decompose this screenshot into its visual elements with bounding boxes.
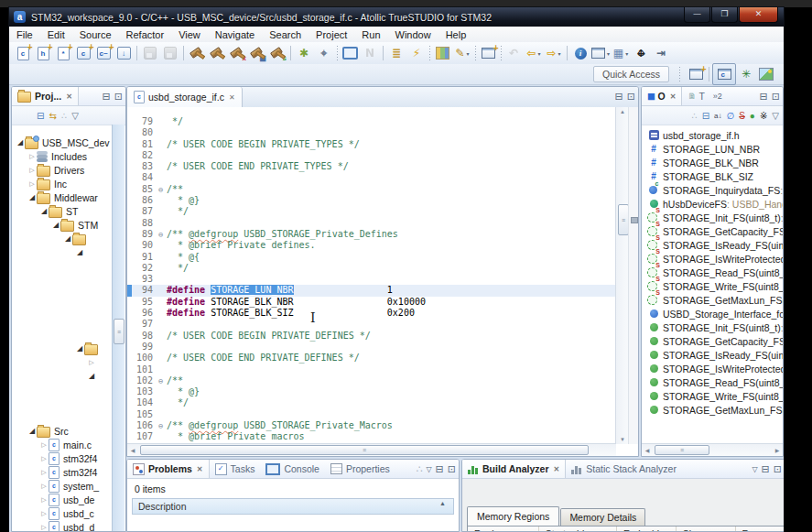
close-button[interactable]: ✕ [739,7,778,23]
code-line-96[interactable]: 96#define STORAGE_BLK_SIZ 0x200 [127,308,616,319]
scroll-up-arrow[interactable]: ▲ [616,109,629,114]
tab-properties[interactable]: Properties [325,460,395,478]
run-flash-button[interactable]: ⚡ [406,44,427,62]
filter-icon[interactable]: ※ [760,111,767,121]
new-task-button[interactable] [478,44,498,62]
code-line-107[interactable]: 107 * @brief Private macros [127,431,616,442]
code-line-89[interactable]: 89⊖/** @defgroup USBD_STORAGE_Private_De… [127,229,616,240]
outline-item[interactable]: USBD_Storage_Interface_fops_FS [647,307,783,320]
tree-item[interactable] [12,328,113,342]
tree-expander-icon[interactable]: ◢ [16,138,25,147]
dropdown-arrow-icon[interactable]: ▾ [558,50,561,57]
tree-expander-icon[interactable]: ▷ [27,167,37,174]
view-menu-gears-icon[interactable]: ∴ [416,463,422,475]
fold-marker-icon[interactable]: ⊖ [155,375,167,386]
outline-item[interactable]: STORAGE_GetMaxLun_FS(void) [647,403,783,417]
toggle-lines-button[interactable]: ≣ [386,44,406,62]
hide-fields-icon[interactable]: ∅ [726,111,734,121]
code-line-79[interactable]: 79 */ [127,116,616,127]
outline-item[interactable]: #STORAGE_BLK_SIZ [647,169,783,183]
code-line-81[interactable]: 81/* USER CODE BEGIN PRIVATE_TYPES */ [127,139,616,150]
tab-build-analyzer[interactable]: Build Analyzer✕ [462,460,566,478]
save-button[interactable] [140,44,160,62]
tree-item-usb-de[interactable]: ▷cusb_de [12,493,113,506]
code-line-106[interactable]: 106⊖/** @defgroup USBD_STORAGE_Private_M… [127,420,616,431]
tree-expander-icon[interactable]: ◢ [87,372,96,380]
outline-item[interactable]: STORAGE_Read_FS(uint8_t, uint8_t [647,375,783,389]
tree-item-inc[interactable]: ▷Inc [12,177,113,190]
last-edit-location-button[interactable]: ↶ [503,44,524,62]
tree-expander-icon[interactable]: ▷ [39,483,49,490]
code-line-92[interactable]: 92 */ [127,263,616,274]
outline-item[interactable]: STORAGE_IsReady_FS(uint8_t) [647,348,783,362]
close-icon[interactable]: ✕ [554,465,560,473]
dropdown-arrow-icon[interactable]: ▾ [625,50,628,57]
maximize-view-icon[interactable]: ⊡ [774,463,782,475]
new-window-button[interactable]: ▾ [590,44,611,62]
menu-run[interactable]: Run [354,28,387,41]
scroll-left-arrow[interactable]: ◀ [642,447,653,453]
make-target-build-button[interactable]: ⌖ [314,44,334,62]
code-line-88[interactable]: 88 [127,218,616,229]
outline-item[interactable]: SSTORAGE_GetMaxLun_FS(void) [647,293,783,307]
code-editor[interactable]: 79 */8081/* USER CODE BEGIN PRIVATE_TYPE… [127,107,616,444]
scroll-right-arrow[interactable]: ▶ [772,447,783,453]
code-line-100[interactable]: 100/* USER CODE END PRIVATE_DEFINES */ [127,353,616,364]
tree-expander-icon[interactable]: ◢ [27,193,37,201]
code-line-102[interactable]: 102⊖/** [127,375,616,386]
scroll-left-arrow[interactable]: ◀ [127,447,138,453]
code-line-80[interactable]: 80 [127,127,616,138]
scroll-down-arrow[interactable]: ▼ [616,437,629,442]
tree-expander-icon[interactable]: ◢ [51,221,60,229]
code-line-86[interactable]: 86 * @} [127,195,616,206]
tree-item-usb-msc-dev[interactable]: ◢USB_MSC_dev [12,136,113,149]
code-line-99[interactable]: 99 [127,342,616,353]
sort-alphabetically-icon[interactable]: a↓ [714,112,721,120]
tree-item[interactable] [12,300,113,314]
new-c-file-button[interactable]: c [13,44,33,62]
new-c-project-button[interactable]: c [73,44,93,62]
tree-expander-icon[interactable]: ◢ [63,234,72,243]
code-line-91[interactable]: 91 * @{ [127,252,616,263]
information-center-perspective-button[interactable] [756,65,776,83]
code-line-98[interactable]: 98/* USER CODE BEGIN PRIVATE_DEFINES */ [127,331,616,342]
hide-non-public-icon[interactable]: ● [750,111,755,121]
link-with-editor-icon[interactable]: ⇆ [49,111,56,121]
description-column-header[interactable]: Description [132,498,454,515]
code-line-94[interactable]: 94#define STORAGE_LUN_NBR 1 [127,285,616,296]
close-icon[interactable]: ✕ [229,93,235,102]
tree-expander-icon[interactable]: ▷ [27,153,37,160]
tree-item[interactable] [12,314,113,328]
editor-vscrollbar[interactable]: ▲ ≡ ▼ [615,107,629,444]
menu-edit[interactable]: Edit [40,28,72,41]
code-line-105[interactable]: 105 [127,409,616,420]
code-line-97[interactable]: 97 [127,319,616,330]
fold-marker-icon[interactable]: ⊖ [155,184,167,195]
build-project-button[interactable]: ▦ [247,44,267,62]
outline-item[interactable]: STORAGE_Init_FS(uint8_t) : int [647,320,783,334]
close-icon[interactable]: ✕ [670,92,677,101]
tree-item-st[interactable]: ◢ST [12,204,113,218]
tree-item[interactable] [12,396,113,410]
toggle-full-screen-button[interactable]: ↔↕ [631,44,651,62]
minimize-view-icon[interactable]: ⊟ [762,463,770,475]
close-icon[interactable]: ✕ [197,465,203,473]
information-center-button[interactable]: i [570,44,590,62]
minimize-view-icon[interactable]: ⊟ [436,463,444,475]
outline-item[interactable]: cSTORAGE_Inquirydata_FS : co [647,183,783,197]
tree-item[interactable] [12,259,113,273]
debug-perspective-button[interactable]: ✳ [736,65,756,83]
tree-item-stm[interactable]: ◢STM [12,218,113,232]
minimize-view-icon[interactable]: ⊟ [103,91,111,103]
tab-project-explorer[interactable]: Proj... ✕ [12,87,79,105]
dropdown-arrow-icon[interactable]: ▾ [467,50,470,57]
code-line-95[interactable]: 95#define STORAGE_BLK_NBR 0x10000 [127,297,616,308]
tree-expander-icon[interactable]: ▷ [39,524,49,531]
tree-item-usbd-d[interactable]: ▷cusbd_d [12,520,113,531]
column-header-start-address[interactable]: Start address [539,527,617,532]
tree-item-system-[interactable]: ▷csystem_ [12,479,113,493]
tab-static-stack-analyzer[interactable]: Static Stack Analyzer [566,460,682,478]
connect-target-button[interactable]: N [360,44,380,62]
tree-expander-icon[interactable]: ◢ [39,207,49,215]
new-cpp-project-button[interactable]: c~ [93,44,114,62]
